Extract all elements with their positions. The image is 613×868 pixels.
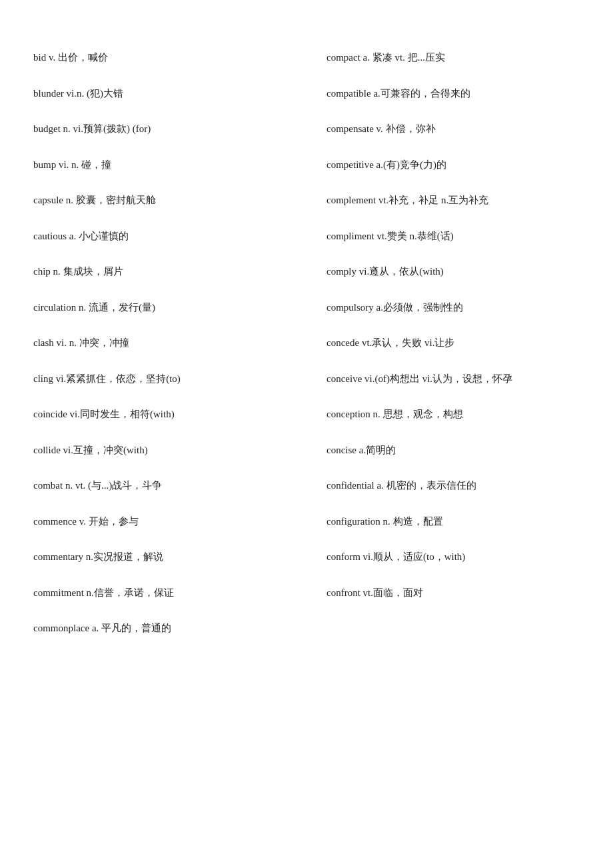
entry-conform: conform vi.顺从，适应(to，with) [320, 539, 586, 575]
entry-text: compensate v. 补偿，弥补 [326, 123, 436, 134]
entry-capsule: capsule n. 胶囊，密封航天舱 [27, 183, 293, 219]
entry-compatible: compatible a.可兼容的，合得来的 [320, 76, 586, 112]
entry-commence: commence v. 开始，参与 [27, 504, 293, 540]
entry-text: compulsory a.必须做，强制性的 [326, 302, 463, 313]
entry-confront: confront vt.面临，面对 [320, 575, 586, 611]
entry-bid: bid v. 出价，喊价 [27, 40, 293, 76]
entry-text: commence v. 开始，参与 [33, 516, 139, 527]
entry-text: concise a.简明的 [326, 445, 396, 455]
entry-combat: combat n. vt. (与...)战斗，斗争 [27, 468, 293, 504]
entry-concise: concise a.简明的 [320, 433, 586, 469]
entry-concede: concede vt.承认，失败 vi.让步 [320, 325, 586, 361]
entry-bump: bump vi. n. 碰，撞 [27, 147, 293, 183]
entry-commitment: commitment n.信誉，承诺，保证 [27, 575, 293, 611]
entry-text: conform vi.顺从，适应(to，with) [326, 551, 465, 562]
entry-text: compatible a.可兼容的，合得来的 [326, 88, 470, 99]
entry-configuration: configuration n. 构造，配置 [320, 504, 586, 540]
entry-text: coincide vi.同时发生，相符(with) [33, 409, 175, 419]
entry-text: bid v. 出价，喊价 [33, 52, 108, 63]
entry-chip: chip n. 集成块，屑片 [27, 254, 293, 290]
entry-comply: comply vi.遵从，依从(with) [320, 254, 586, 290]
entry-coincide: coincide vi.同时发生，相符(with) [27, 397, 293, 433]
entry-text: cling vi.紧紧抓住，依恋，坚持(to) [33, 373, 181, 384]
dictionary-grid: bid v. 出价，喊价compact a. 紧凑 vt. 把...压实blun… [27, 40, 586, 647]
entry-text: competitive a.(有)竞争(力)的 [326, 159, 446, 170]
entry-text: combat n. vt. (与...)战斗，斗争 [33, 480, 162, 491]
entry-blunder: blunder vi.n. (犯)大错 [27, 76, 293, 112]
entry-text: commitment n.信誉，承诺，保证 [33, 587, 174, 598]
entry-competitive: competitive a.(有)竞争(力)的 [320, 147, 586, 183]
entry-text: cautious a. 小心谨慎的 [33, 231, 129, 241]
entry-text: compliment vt.赞美 n.恭维(话) [326, 231, 454, 241]
entry-clash: clash vi. n. 冲突，冲撞 [27, 325, 293, 361]
entry-text: collide vi.互撞，冲突(with) [33, 445, 148, 455]
entry-compact: compact a. 紧凑 vt. 把...压实 [320, 40, 586, 76]
entry-empty-right-16 [320, 611, 586, 647]
entry-text: conceive vi.(of)构想出 vi.认为，设想，怀孕 [326, 373, 512, 384]
entry-text: confidential a. 机密的，表示信任的 [326, 480, 476, 491]
entry-text: confront vt.面临，面对 [326, 587, 423, 598]
entry-circulation: circulation n. 流通，发行(量) [27, 290, 293, 326]
entry-text: chip n. 集成块，屑片 [33, 266, 123, 277]
entry-text: compact a. 紧凑 vt. 把...压实 [326, 52, 445, 63]
entry-text: capsule n. 胶囊，密封航天舱 [33, 195, 156, 205]
entry-text: configuration n. 构造，配置 [326, 516, 443, 527]
entry-text: comply vi.遵从，依从(with) [326, 266, 444, 277]
entry-budget: budget n. vi.预算(拨款) (for) [27, 111, 293, 147]
entry-cautious: cautious a. 小心谨慎的 [27, 219, 293, 255]
entry-conception: conception n. 思想，观念，构想 [320, 397, 586, 433]
entry-text: commentary n.实况报道，解说 [33, 551, 163, 562]
entry-text: conception n. 思想，观念，构想 [326, 409, 463, 419]
entry-collide: collide vi.互撞，冲突(with) [27, 433, 293, 469]
entry-text: blunder vi.n. (犯)大错 [33, 88, 123, 99]
entry-conceive: conceive vi.(of)构想出 vi.认为，设想，怀孕 [320, 361, 586, 397]
entry-text: circulation n. 流通，发行(量) [33, 302, 155, 313]
entry-compliment: compliment vt.赞美 n.恭维(话) [320, 219, 586, 255]
entry-text: complement vt.补充，补足 n.互为补充 [326, 195, 488, 205]
entry-commentary: commentary n.实况报道，解说 [27, 539, 293, 575]
entry-text: clash vi. n. 冲突，冲撞 [33, 337, 129, 348]
entry-confidential: confidential a. 机密的，表示信任的 [320, 468, 586, 504]
entry-commonplace: commonplace a. 平凡的，普通的 [27, 611, 293, 647]
entry-text: commonplace a. 平凡的，普通的 [33, 623, 171, 633]
entry-text: budget n. vi.预算(拨款) (for) [33, 123, 151, 134]
entry-complement: complement vt.补充，补足 n.互为补充 [320, 183, 586, 219]
entry-cling: cling vi.紧紧抓住，依恋，坚持(to) [27, 361, 293, 397]
entry-compulsory: compulsory a.必须做，强制性的 [320, 290, 586, 326]
entry-text: concede vt.承认，失败 vi.让步 [326, 337, 454, 348]
entry-text: bump vi. n. 碰，撞 [33, 159, 111, 170]
entry-compensate: compensate v. 补偿，弥补 [320, 111, 586, 147]
